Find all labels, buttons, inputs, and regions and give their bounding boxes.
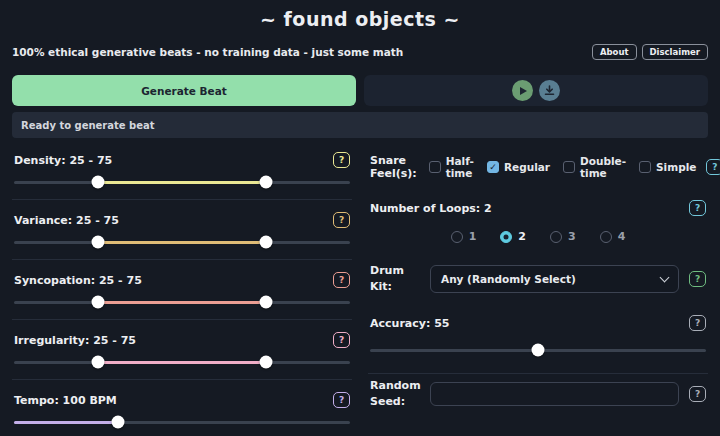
variance-row: Variance: 25 - 75 ? (12, 200, 352, 260)
density-handle-high[interactable] (260, 176, 273, 189)
variance-handle-high[interactable] (260, 236, 273, 249)
tempo-help-button[interactable]: ? (333, 392, 350, 408)
tempo-label: Tempo: 100 BPM (14, 394, 117, 407)
tempo-handle[interactable] (112, 416, 125, 429)
tempo-slider[interactable] (14, 411, 350, 433)
checkbox-icon: ✓ (639, 161, 651, 173)
subtitle-row: 100% ethical generative beats - no train… (12, 44, 708, 60)
playback-panel (364, 75, 708, 106)
right-column: Snare Feel(s): ✓ Half-time ✓ Regular ✓ D… (368, 140, 708, 436)
status-bar: Ready to generate beat (12, 112, 708, 138)
accuracy-slider[interactable] (370, 339, 706, 361)
syncopation-slider[interactable] (14, 291, 350, 313)
density-slider[interactable] (14, 171, 350, 193)
checkbox-label: Regular (504, 161, 550, 173)
drum-kit-label: Drum Kit: (370, 263, 420, 295)
slider-fill (98, 181, 266, 184)
checkbox-icon: ✓ (429, 161, 441, 173)
checkbox-double-time[interactable]: ✓ Double-time (563, 155, 626, 179)
checkbox-half-time[interactable]: ✓ Half-time (429, 155, 474, 179)
syncopation-label: Syncopation: 25 - 75 (14, 274, 142, 287)
irregularity-handle-high[interactable] (260, 356, 273, 369)
checkbox-simple[interactable]: ✓ Simple (639, 161, 696, 173)
snare-feel-help-button[interactable]: ? (706, 159, 720, 175)
loops-options: 1 2 3 4 (370, 230, 706, 245)
status-message: Ready to generate beat (21, 120, 155, 131)
checkbox-icon: ✓ (487, 161, 499, 173)
slider-fill (14, 421, 118, 424)
checkbox-label: Simple (656, 161, 696, 173)
main-grid: Density: 25 - 75 ? Variance: 25 - 75 ? (12, 140, 708, 436)
slider-fill (98, 301, 266, 304)
irregularity-handle-low[interactable] (92, 356, 105, 369)
loops-label: Number of Loops: 2 (370, 202, 492, 215)
syncopation-handle-low[interactable] (92, 296, 105, 309)
syncopation-help-button[interactable]: ? (333, 272, 350, 288)
random-seed-help-button[interactable]: ? (689, 386, 706, 402)
radio-icon (500, 231, 512, 243)
radio-icon (600, 231, 612, 243)
generate-beat-button[interactable]: Generate Beat (12, 75, 356, 106)
variance-help-button[interactable]: ? (333, 212, 350, 228)
radio-icon (550, 231, 562, 243)
radio-label: 3 (568, 230, 576, 243)
density-handle-low[interactable] (92, 176, 105, 189)
radio-loops-4[interactable]: 4 (600, 230, 626, 243)
chevron-down-icon (660, 273, 670, 283)
toolbar: Generate Beat (12, 75, 708, 106)
checkbox-regular[interactable]: ✓ Regular (487, 161, 550, 173)
irregularity-slider[interactable] (14, 351, 350, 373)
radio-label: 1 (469, 230, 477, 243)
syncopation-row: Syncopation: 25 - 75 ? (12, 260, 352, 320)
radio-label: 4 (618, 230, 626, 243)
drum-kit-select[interactable]: Any (Randomly Select) (430, 265, 679, 293)
download-button[interactable] (539, 80, 560, 101)
header-buttons: About Disclaimer (592, 44, 708, 60)
snare-feel-row: Snare Feel(s): ✓ Half-time ✓ Regular ✓ D… (368, 140, 708, 188)
drum-kit-help-button[interactable]: ? (689, 271, 706, 287)
density-help-button[interactable]: ? (333, 152, 350, 168)
play-icon (520, 87, 527, 95)
disclaimer-button[interactable]: Disclaimer (642, 44, 708, 60)
left-column: Density: 25 - 75 ? Variance: 25 - 75 ? (12, 140, 352, 436)
radio-loops-2[interactable]: 2 (500, 230, 526, 243)
tempo-row: Tempo: 100 BPM ? (12, 380, 352, 436)
drum-kit-row: Drum Kit: Any (Randomly Select) ? (368, 253, 708, 303)
accuracy-help-button[interactable]: ? (689, 315, 706, 331)
checkbox-label: Half-time (446, 155, 474, 179)
loops-row: Number of Loops: 2 ? 1 2 3 (368, 188, 708, 253)
variance-handle-low[interactable] (92, 236, 105, 249)
radio-icon (451, 231, 463, 243)
variance-slider[interactable] (14, 231, 350, 253)
snare-feel-options: ✓ Half-time ✓ Regular ✓ Double-time ✓ Si… (429, 155, 697, 179)
play-button[interactable] (512, 80, 533, 101)
random-seed-row: Random Seed: ? (368, 374, 708, 418)
variance-label: Variance: 25 - 75 (14, 214, 119, 227)
tagline: 100% ethical generative beats - no train… (12, 46, 403, 58)
page-title: ~ found objects ~ (12, 0, 708, 30)
radio-label: 2 (518, 230, 526, 243)
radio-loops-1[interactable]: 1 (451, 230, 477, 243)
checkbox-label: Double-time (580, 155, 626, 179)
irregularity-row: Irregularity: 25 - 75 ? (12, 320, 352, 380)
loops-help-button[interactable]: ? (689, 200, 706, 216)
random-seed-input[interactable] (430, 382, 679, 406)
irregularity-help-button[interactable]: ? (333, 332, 350, 348)
radio-loops-3[interactable]: 3 (550, 230, 576, 243)
snare-feel-label: Snare Feel(s): (370, 154, 417, 180)
accuracy-row: Accuracy: 55 ? (368, 303, 708, 369)
accuracy-label: Accuracy: 55 (370, 317, 449, 330)
about-button[interactable]: About (592, 44, 637, 60)
checkbox-icon: ✓ (563, 161, 575, 173)
density-row: Density: 25 - 75 ? (12, 140, 352, 200)
download-icon (544, 85, 555, 96)
accuracy-handle[interactable] (532, 344, 545, 357)
slider-fill (98, 241, 266, 244)
irregularity-label: Irregularity: 25 - 75 (14, 334, 136, 347)
slider-fill (98, 361, 266, 364)
density-label: Density: 25 - 75 (14, 154, 112, 167)
drum-kit-selected-value: Any (Randomly Select) (441, 273, 576, 285)
random-seed-label: Random Seed: (370, 378, 420, 410)
syncopation-handle-high[interactable] (260, 296, 273, 309)
